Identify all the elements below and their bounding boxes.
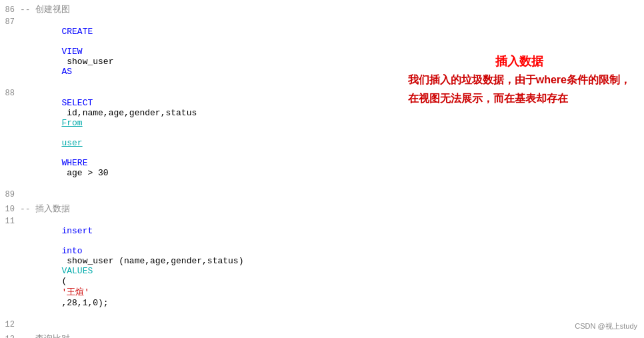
watermark: CSDN @视上study	[575, 321, 637, 331]
annotation-text-2: 在视图无法展示，而在基表却存在	[408, 91, 631, 107]
line-content: -- 创建视图	[20, 3, 644, 15]
line-content	[20, 319, 644, 329]
code-line-11: 11 insert into show_user (name,age,gende…	[0, 215, 644, 319]
annotation-text-1: 我们插入的垃圾数据，由于where条件的限制，	[408, 72, 631, 88]
keyword-user: user	[61, 138, 82, 148]
keyword-view: VIEW	[61, 47, 82, 57]
line-content	[20, 189, 644, 199]
code-line-89: 89	[0, 189, 644, 202]
line-number: 86	[0, 5, 20, 15]
keyword-select: SELECT	[61, 98, 93, 108]
line-number: 10	[0, 205, 20, 214]
keyword-from: From	[61, 118, 82, 128]
keyword-create: CREATE	[61, 27, 93, 37]
keyword-where: WHERE	[61, 158, 87, 168]
keyword-as: AS	[61, 67, 72, 77]
keyword-values: VALUES	[61, 266, 93, 276]
code-line-10: 10 -- 插入数据	[0, 202, 644, 215]
line-number: 11	[0, 217, 20, 226]
line-content: insert into show_user (name,age,gender,s…	[20, 216, 644, 318]
code-line-13: 13 -- 查询比对	[0, 332, 644, 338]
annotation-overlay: 插入数据 我们插入的垃圾数据，由于where条件的限制， 在视图无法展示，而在基…	[408, 53, 631, 107]
line-content: -- 查询比对	[20, 333, 644, 338]
code-line-12: 12	[0, 319, 644, 332]
keyword-into: into	[61, 246, 82, 256]
code-editor: 86 -- 创建视图 87 CREATE VIEW show_user AS 8…	[0, 0, 644, 338]
keyword-insert: insert	[61, 226, 93, 236]
line-number: 88	[0, 89, 20, 98]
line-content: -- 插入数据	[20, 203, 644, 215]
line-number: 87	[0, 17, 20, 27]
main-container: 86 -- 创建视图 87 CREATE VIEW show_user AS 8…	[0, 0, 644, 338]
annotation-title: 插入数据	[408, 53, 631, 69]
string-value: '王煊'	[61, 287, 89, 297]
code-line-86: 86 -- 创建视图	[0, 3, 644, 16]
line-number: 13	[0, 335, 20, 338]
line-number: 89	[0, 190, 20, 199]
line-number: 12	[0, 320, 20, 329]
